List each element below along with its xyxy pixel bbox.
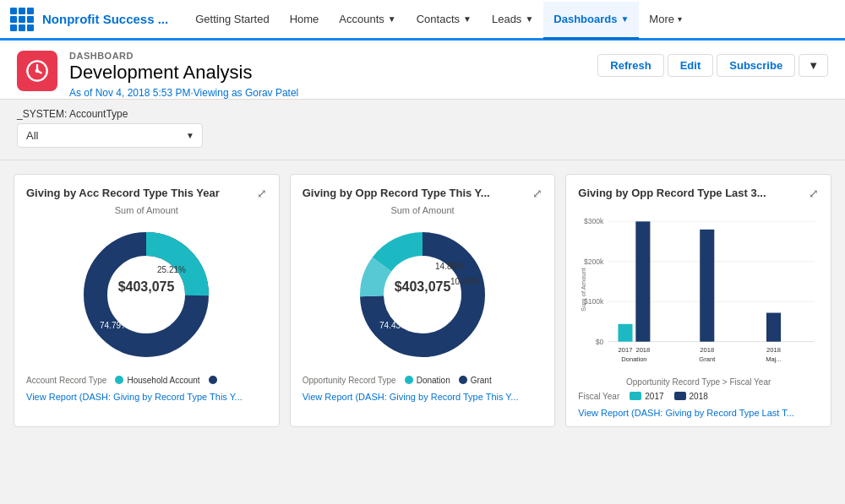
card2-donut-chart: 14.89% 10.69% 74.43% $403,075 xyxy=(355,227,490,362)
card2-legend-donation: Donation xyxy=(405,376,450,385)
header-actions: Refresh Edit Subscribe ▼ xyxy=(597,54,828,77)
subscribe-button[interactable]: Subscribe xyxy=(717,54,795,77)
card2-view-report[interactable]: View Report (DASH: Giving by Record Type… xyxy=(303,392,543,402)
svg-text:$403,075: $403,075 xyxy=(118,279,175,294)
leads-caret: ▼ xyxy=(525,14,533,24)
card1-legend-household: Household Account xyxy=(115,376,199,385)
bar-maj-2018 xyxy=(766,312,781,341)
nav-getting-started[interactable]: Getting Started xyxy=(185,2,279,40)
card-giving-opp-record-type-year: Giving by Opp Record Type This Y... ⤢ Su… xyxy=(290,174,556,427)
card3-legend-2018: 2018 xyxy=(674,392,708,401)
card1-title: Giving by Acc Record Type This Year xyxy=(26,187,250,199)
filter-row: _SYSTEM: AccountType All xyxy=(0,100,845,160)
svg-text:2018: 2018 xyxy=(701,346,715,354)
svg-text:2018: 2018 xyxy=(766,346,781,354)
nav-accounts[interactable]: Accounts ▼ xyxy=(329,2,406,40)
svg-text:Grant: Grant xyxy=(700,355,717,363)
svg-text:$300k: $300k xyxy=(584,217,604,225)
card3-x-axis-label: Opportunity Record Type > Fiscal Year xyxy=(578,377,819,387)
svg-text:74.79%: 74.79% xyxy=(100,321,128,330)
svg-text:25.21%: 25.21% xyxy=(157,265,186,274)
nav-items: Getting Started Home Accounts ▼ Contacts… xyxy=(185,0,835,38)
card1-legend-other xyxy=(209,376,221,384)
card1-donut-wrap: 25.21% 74.79% $403,075 xyxy=(26,219,267,371)
card2-donut-wrap: 14.89% 10.69% 74.43% $403,075 xyxy=(303,219,543,371)
card3-expand-icon[interactable]: ⤢ xyxy=(809,187,819,200)
card2-legend: Opportunity Record Type Donation Grant xyxy=(303,376,543,385)
edit-button[interactable]: Edit xyxy=(668,54,714,77)
svg-text:Donation: Donation xyxy=(622,355,647,363)
card2-title: Giving by Opp Record Type This Y... xyxy=(303,187,526,199)
svg-point-1 xyxy=(35,69,40,73)
cards-row: Giving by Acc Record Type This Year ⤢ Su… xyxy=(0,160,845,441)
dashboard-icon xyxy=(17,51,57,91)
page-header: DASHBOARD Development Analysis As of Nov… xyxy=(0,41,845,100)
svg-text:2017: 2017 xyxy=(619,346,633,354)
actions-dropdown-button[interactable]: ▼ xyxy=(799,54,828,77)
contacts-caret: ▼ xyxy=(463,14,472,24)
card1-subtitle: Sum of Amount xyxy=(26,205,267,215)
nav-contacts[interactable]: Contacts ▼ xyxy=(406,2,482,40)
svg-text:$0: $0 xyxy=(596,337,604,345)
nav-home[interactable]: Home xyxy=(280,2,330,40)
card1-view-report[interactable]: View Report (DASH: Giving by Record Type… xyxy=(26,392,267,402)
svg-text:$200k: $200k xyxy=(584,257,604,265)
refresh-button[interactable]: Refresh xyxy=(597,54,663,77)
card-giving-opp-record-type-last3: Giving by Opp Record Type Last 3... ⤢ $3… xyxy=(565,174,831,427)
card3-view-report[interactable]: View Report (DASH: Giving by Record Type… xyxy=(578,408,819,418)
app-name[interactable]: Nonprofit Success ... xyxy=(42,12,168,26)
svg-text:2018: 2018 xyxy=(636,346,651,354)
svg-text:$403,075: $403,075 xyxy=(395,279,451,294)
card1-legend: Account Record Type Household Account xyxy=(26,376,267,385)
card1-expand-icon[interactable]: ⤢ xyxy=(257,187,267,200)
svg-text:Sum of Amount: Sum of Amount xyxy=(581,267,588,312)
page-title: Development Analysis xyxy=(69,61,298,85)
card-giving-acc-record-type: Giving by Acc Record Type This Year ⤢ Su… xyxy=(14,174,280,427)
header-subtitle: As of Nov 4, 2018 5:53 PM·Viewing as Gor… xyxy=(69,87,298,99)
filter-select-wrap: All xyxy=(17,123,203,148)
top-nav: Nonprofit Success ... Getting Started Ho… xyxy=(0,0,845,41)
bar-donation-2017 xyxy=(619,323,633,341)
svg-text:Maj...: Maj... xyxy=(766,355,782,363)
card2-legend-grant: Grant xyxy=(459,376,492,385)
card2-expand-icon[interactable]: ⤢ xyxy=(532,187,542,200)
card3-bar-chart-wrap: $300k $200k $100k $0 Sum of Amount 2017 … xyxy=(578,205,819,387)
more-caret: ▾ xyxy=(678,14,682,24)
svg-text:14.89%: 14.89% xyxy=(435,262,464,271)
nav-more[interactable]: More ▾ xyxy=(639,2,692,40)
bar-donation-2018 xyxy=(636,221,651,341)
nav-dashboards[interactable]: Dashboards ▼ xyxy=(543,2,639,40)
app-launcher-icon[interactable] xyxy=(10,8,34,31)
svg-text:10.69%: 10.69% xyxy=(450,277,479,286)
card3-legend: Fiscal Year 2017 2018 xyxy=(578,392,819,401)
card3-bar-chart: $300k $200k $100k $0 Sum of Amount 2017 … xyxy=(578,205,819,374)
card3-legend-2017: 2017 xyxy=(630,392,663,401)
card3-title: Giving by Opp Record Type Last 3... xyxy=(578,187,802,199)
account-type-select[interactable]: All xyxy=(17,123,203,148)
header-label: DASHBOARD xyxy=(69,51,298,61)
bar-grant-2018 xyxy=(701,229,715,341)
accounts-caret: ▼ xyxy=(388,14,396,24)
card1-donut-chart: 25.21% 74.79% $403,075 xyxy=(79,227,214,362)
svg-text:74.43%: 74.43% xyxy=(379,321,408,330)
filter-label: _SYSTEM: AccountType xyxy=(17,108,828,120)
dashboards-caret: ▼ xyxy=(620,14,629,24)
nav-leads[interactable]: Leads ▼ xyxy=(482,2,543,40)
card2-subtitle: Sum of Amount xyxy=(303,205,543,215)
